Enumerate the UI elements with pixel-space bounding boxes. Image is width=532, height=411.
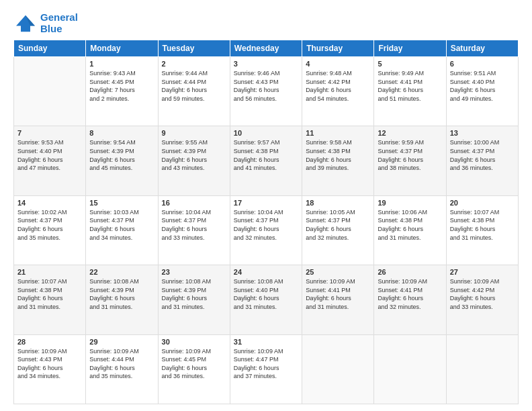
calendar-cell: 20Sunrise: 10:07 AMSunset: 4:38 PMDaylig… [446, 195, 518, 265]
day-number: 31 [234, 338, 298, 346]
day-info: Sunrise: 9:43 AMSunset: 4:45 PMDaylight:… [89, 69, 154, 103]
day-info: Sunrise: 10:07 AMSunset: 4:38 PMDaylight… [17, 277, 82, 311]
calendar-cell: 11Sunrise: 9:58 AMSunset: 4:38 PMDayligh… [302, 126, 374, 195]
day-info: Sunrise: 10:09 AMSunset: 4:45 PMDaylight… [162, 347, 226, 381]
day-number: 2 [162, 60, 226, 68]
calendar-cell: 14Sunrise: 10:02 AMSunset: 4:37 PMDaylig… [14, 195, 86, 265]
day-number: 15 [89, 199, 154, 207]
day-info: Sunrise: 10:08 AMSunset: 4:39 PMDaylight… [162, 277, 226, 311]
weekday-header-saturday: Saturday [446, 40, 518, 57]
day-number: 25 [306, 268, 370, 276]
calendar-cell: 5Sunrise: 9:49 AMSunset: 4:41 PMDaylight… [374, 57, 446, 126]
day-info: Sunrise: 10:08 AMSunset: 4:39 PMDaylight… [89, 277, 154, 311]
day-number: 1 [89, 60, 154, 68]
day-number: 30 [162, 338, 226, 346]
day-info: Sunrise: 9:49 AMSunset: 4:41 PMDaylight:… [378, 69, 442, 103]
calendar-cell: 12Sunrise: 9:59 AMSunset: 4:37 PMDayligh… [374, 126, 446, 195]
calendar-cell: 17Sunrise: 10:04 AMSunset: 4:37 PMDaylig… [230, 195, 302, 265]
day-number: 13 [450, 129, 515, 137]
calendar-cell [446, 334, 518, 404]
day-number: 26 [378, 268, 442, 276]
day-info: Sunrise: 10:04 AMSunset: 4:37 PMDaylight… [162, 208, 226, 242]
calendar-cell: 3Sunrise: 9:46 AMSunset: 4:43 PMDaylight… [230, 57, 302, 126]
day-info: Sunrise: 9:58 AMSunset: 4:38 PMDaylight:… [306, 138, 370, 172]
calendar-week-4: 21Sunrise: 10:07 AMSunset: 4:38 PMDaylig… [14, 265, 519, 334]
calendar-cell: 1Sunrise: 9:43 AMSunset: 4:45 PMDaylight… [86, 57, 158, 126]
calendar-cell: 16Sunrise: 10:04 AMSunset: 4:37 PMDaylig… [158, 195, 230, 265]
day-number: 29 [89, 338, 154, 346]
logo-text: General Blue [40, 12, 78, 34]
calendar-cell: 29Sunrise: 10:09 AMSunset: 4:44 PMDaylig… [86, 334, 158, 404]
day-number: 28 [17, 338, 82, 346]
day-info: Sunrise: 10:09 AMSunset: 4:47 PMDaylight… [234, 347, 298, 381]
day-number: 9 [162, 129, 226, 137]
calendar-week-3: 14Sunrise: 10:02 AMSunset: 4:37 PMDaylig… [14, 195, 519, 265]
calendar-cell: 21Sunrise: 10:07 AMSunset: 4:38 PMDaylig… [14, 265, 86, 334]
day-info: Sunrise: 10:02 AMSunset: 4:37 PMDaylight… [17, 208, 82, 242]
day-info: Sunrise: 9:51 AMSunset: 4:40 PMDaylight:… [450, 69, 515, 103]
day-info: Sunrise: 10:03 AMSunset: 4:37 PMDaylight… [89, 208, 154, 242]
logo: General Blue [13, 12, 78, 34]
day-info: Sunrise: 9:54 AMSunset: 4:39 PMDaylight:… [89, 138, 154, 172]
day-number: 21 [17, 268, 82, 276]
calendar-body: 1Sunrise: 9:43 AMSunset: 4:45 PMDaylight… [14, 57, 519, 404]
calendar-cell: 2Sunrise: 9:44 AMSunset: 4:44 PMDaylight… [158, 57, 230, 126]
day-number: 18 [306, 199, 370, 207]
calendar-cell: 27Sunrise: 10:09 AMSunset: 4:42 PMDaylig… [446, 265, 518, 334]
calendar-cell: 6Sunrise: 9:51 AMSunset: 4:40 PMDaylight… [446, 57, 518, 126]
day-number: 12 [378, 129, 442, 137]
calendar-cell: 13Sunrise: 10:00 AMSunset: 4:37 PMDaylig… [446, 126, 518, 195]
weekday-row: SundayMondayTuesdayWednesdayThursdayFrid… [14, 40, 519, 57]
day-number: 4 [306, 60, 370, 68]
calendar-cell: 19Sunrise: 10:06 AMSunset: 4:38 PMDaylig… [374, 195, 446, 265]
day-number: 5 [378, 60, 442, 68]
calendar-cell: 18Sunrise: 10:05 AMSunset: 4:37 PMDaylig… [302, 195, 374, 265]
day-info: Sunrise: 10:09 AMSunset: 4:41 PMDaylight… [378, 277, 442, 311]
day-number: 16 [162, 199, 226, 207]
day-info: Sunrise: 10:08 AMSunset: 4:40 PMDaylight… [234, 277, 298, 311]
header: General Blue [13, 12, 519, 34]
day-info: Sunrise: 10:09 AMSunset: 4:43 PMDaylight… [17, 347, 82, 381]
weekday-header-friday: Friday [374, 40, 446, 57]
day-info: Sunrise: 10:00 AMSunset: 4:37 PMDaylight… [450, 138, 515, 172]
calendar-cell: 26Sunrise: 10:09 AMSunset: 4:41 PMDaylig… [374, 265, 446, 334]
day-info: Sunrise: 9:48 AMSunset: 4:42 PMDaylight:… [306, 69, 370, 103]
calendar-cell: 31Sunrise: 10:09 AMSunset: 4:47 PMDaylig… [230, 334, 302, 404]
day-info: Sunrise: 9:53 AMSunset: 4:40 PMDaylight:… [17, 138, 82, 172]
day-number: 24 [234, 268, 298, 276]
calendar-cell: 30Sunrise: 10:09 AMSunset: 4:45 PMDaylig… [158, 334, 230, 404]
calendar-week-1: 1Sunrise: 9:43 AMSunset: 4:45 PMDaylight… [14, 57, 519, 126]
calendar-cell [302, 334, 374, 404]
calendar-cell: 22Sunrise: 10:08 AMSunset: 4:39 PMDaylig… [86, 265, 158, 334]
day-info: Sunrise: 10:09 AMSunset: 4:41 PMDaylight… [306, 277, 370, 311]
calendar-cell: 8Sunrise: 9:54 AMSunset: 4:39 PMDaylight… [86, 126, 158, 195]
day-info: Sunrise: 10:09 AMSunset: 4:44 PMDaylight… [89, 347, 154, 381]
day-number: 23 [162, 268, 226, 276]
day-info: Sunrise: 10:06 AMSunset: 4:38 PMDaylight… [378, 208, 442, 242]
calendar-cell: 4Sunrise: 9:48 AMSunset: 4:42 PMDaylight… [302, 57, 374, 126]
day-number: 14 [17, 199, 82, 207]
weekday-header-wednesday: Wednesday [230, 40, 302, 57]
day-number: 20 [450, 199, 515, 207]
calendar-cell: 24Sunrise: 10:08 AMSunset: 4:40 PMDaylig… [230, 265, 302, 334]
day-number: 8 [89, 129, 154, 137]
day-info: Sunrise: 10:04 AMSunset: 4:37 PMDaylight… [234, 208, 298, 242]
weekday-header-sunday: Sunday [14, 40, 86, 57]
day-number: 22 [89, 268, 154, 276]
calendar-cell: 28Sunrise: 10:09 AMSunset: 4:43 PMDaylig… [14, 334, 86, 404]
calendar-cell: 23Sunrise: 10:08 AMSunset: 4:39 PMDaylig… [158, 265, 230, 334]
calendar-header: SundayMondayTuesdayWednesdayThursdayFrid… [14, 40, 519, 57]
calendar-cell: 25Sunrise: 10:09 AMSunset: 4:41 PMDaylig… [302, 265, 374, 334]
calendar-cell [374, 334, 446, 404]
weekday-header-thursday: Thursday [302, 40, 374, 57]
day-number: 7 [17, 129, 82, 137]
day-number: 3 [234, 60, 298, 68]
weekday-header-tuesday: Tuesday [158, 40, 230, 57]
day-number: 17 [234, 199, 298, 207]
day-info: Sunrise: 9:57 AMSunset: 4:38 PMDaylight:… [234, 138, 298, 172]
day-number: 11 [306, 129, 370, 137]
day-info: Sunrise: 9:59 AMSunset: 4:37 PMDaylight:… [378, 138, 442, 172]
weekday-header-monday: Monday [86, 40, 158, 57]
day-info: Sunrise: 9:46 AMSunset: 4:43 PMDaylight:… [234, 69, 298, 103]
logo-icon [13, 14, 38, 33]
